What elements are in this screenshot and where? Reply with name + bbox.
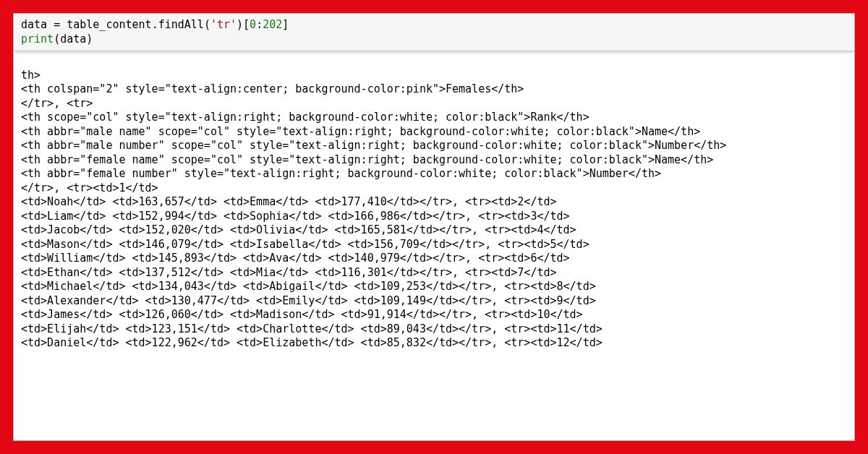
code-variable: data [21, 18, 47, 31]
code-number: 202 [263, 18, 282, 31]
output-col-rank: <th scope="col" style="text-align:right;… [21, 111, 590, 124]
code-colon: : [256, 18, 263, 31]
code-string-arg: 'tr' [210, 18, 237, 31]
output-first-row-start: </tr>, <tr><td>1</td> [21, 181, 158, 194]
code-paren-open: ( [54, 33, 60, 46]
output-tr-boundary: </tr>, <tr> [21, 97, 93, 110]
code-dot: . [152, 18, 158, 31]
code-paren-open: ( [204, 18, 210, 31]
output-truncated-tag: th> [21, 69, 41, 82]
code-print-arg: data [60, 33, 86, 46]
code-paren-close: ) [86, 33, 93, 46]
code-cell-input[interactable]: data = table_content.findAll('tr')[0:202… [14, 14, 854, 51]
output-header-females: <th colspan="2" style="text-align:center… [21, 82, 524, 95]
code-method: findAll [158, 18, 204, 31]
output-col-female-number: <th abbr="female number" style="text-ali… [21, 167, 661, 180]
code-bracket-close: ] [282, 18, 289, 31]
code-bracket-open: [ [243, 18, 250, 31]
notebook-panel: data = table_content.findAll('tr')[0:202… [13, 13, 855, 441]
code-equals: = [47, 18, 67, 31]
code-number: 0 [250, 18, 256, 31]
output-data-rows: <td>Noah</td> <td>163,657</td> <td>Emma<… [21, 195, 603, 349]
code-builtin-print: print [21, 33, 54, 46]
code-cell-output: th> <th colspan="2" style="text-align:ce… [14, 51, 854, 358]
output-col-female-name: <th abbr="female name" scope="col" style… [21, 153, 713, 166]
code-paren-close: ) [237, 18, 243, 31]
output-col-male-name: <th abbr="male name" scope="col" style="… [21, 125, 700, 138]
code-object: table_content [67, 18, 151, 31]
output-col-male-number: <th abbr="male number" scope="col" style… [21, 139, 726, 152]
